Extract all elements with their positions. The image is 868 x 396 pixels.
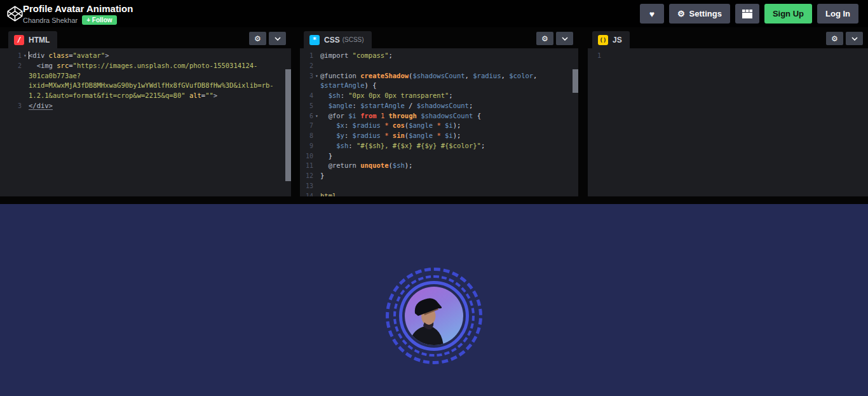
editor-panel-js: () JS ⚙ 1: [588, 27, 868, 196]
tab-js-label: JS: [613, 36, 622, 44]
css-settings-button[interactable]: ⚙: [536, 32, 553, 45]
code-line: ixid=MXwxMjA3fDB8MHxwaG90by1wYWdlfHx8fGV…: [0, 81, 291, 91]
fold-gutter: [313, 191, 320, 197]
tab-html[interactable]: / HTML: [8, 31, 57, 48]
code-line: $startAngle) {: [300, 81, 578, 91]
code-line: 1: [588, 51, 868, 61]
fold-gutter: [313, 61, 320, 71]
chevron-down-icon: [562, 37, 568, 41]
pen-author[interactable]: Chandra Shekhar: [23, 17, 78, 24]
preview-pane[interactable]: [0, 204, 868, 396]
html-collapse-button[interactable]: [269, 32, 286, 45]
tab-html-label: HTML: [29, 36, 50, 44]
like-button[interactable]: ♥: [640, 4, 664, 24]
fold-gutter: [313, 161, 320, 171]
gear-icon: ⚙: [254, 34, 261, 43]
js-icon: (): [598, 35, 608, 45]
avatar-photo: [405, 287, 463, 345]
css-icon: *: [309, 35, 320, 45]
code-line: 8 $y: $radius * sin($angle * $i);: [300, 131, 578, 141]
code-line: 7 $x: $radius * cos($angle * $i);: [300, 121, 578, 131]
follow-button[interactable]: + Follow: [82, 15, 116, 25]
html-editor-area[interactable]: 1▾<div class="avatar">2 <img src="https:…: [0, 48, 291, 196]
tab-css-label: CSS: [324, 36, 340, 44]
layout-button[interactable]: [735, 4, 759, 24]
code-line: 12}: [300, 171, 578, 181]
tab-css-preprocessor: (SCSS): [342, 36, 364, 43]
fold-gutter: [313, 121, 320, 131]
settings-label: Settings: [689, 9, 722, 18]
html-settings-button[interactable]: ⚙: [249, 32, 266, 45]
fold-caret-icon[interactable]: ▾: [313, 71, 320, 81]
fold-gutter: [22, 81, 29, 91]
css-scrollbar[interactable]: [573, 69, 578, 93]
fold-caret-icon[interactable]: ▾: [313, 111, 320, 121]
gear-icon: ⚙: [831, 34, 838, 43]
fold-gutter: [22, 101, 29, 111]
fold-caret-icon[interactable]: ▾: [22, 51, 29, 61]
fold-gutter: [601, 51, 608, 61]
code-line: 14html,: [300, 191, 578, 197]
fold-gutter: [313, 181, 320, 191]
codepen-logo[interactable]: [6, 5, 24, 22]
code-line: 13: [300, 181, 578, 191]
code-line: 2 <img src="https://images.unsplash.com/…: [0, 61, 291, 71]
js-collapse-button[interactable]: [846, 32, 863, 45]
fold-gutter: [313, 51, 320, 61]
code-line: 11 @return unquote($sh);: [300, 161, 578, 171]
code-line: 10 }: [300, 151, 578, 161]
fold-gutter: [313, 91, 320, 101]
login-button[interactable]: Log In: [817, 4, 858, 24]
code-line: 3</div>: [0, 101, 291, 111]
code-line: 1.2.1&auto=format&fit=crop&w=2215&q=80" …: [0, 91, 291, 101]
avatar-portrait-illustration: [405, 287, 463, 345]
editor-panel-css: * CSS (SCSS) ⚙ 1@import "compass";23▾@fu…: [300, 27, 578, 196]
code-line: 5 $angle: $startAngle / $shadowsCount;: [300, 101, 578, 111]
pen-title: Profile Avatar Animation: [23, 3, 133, 14]
gear-icon: ⚙: [541, 34, 548, 43]
fold-gutter: [22, 71, 29, 81]
tab-css[interactable]: * CSS (SCSS): [304, 31, 372, 48]
fold-gutter: [313, 141, 320, 151]
chevron-down-icon: [275, 37, 281, 41]
layout-grid-icon: [742, 10, 752, 18]
code-line: 3▾@function createShadow($shadowsCount, …: [300, 71, 578, 81]
code-line: 6▾ @for $i from 1 through $shadowsCount …: [300, 111, 578, 121]
fold-gutter: [22, 91, 29, 101]
js-editor-area[interactable]: 1: [588, 48, 868, 196]
code-line: 1▾<div class="avatar">: [0, 51, 291, 61]
editor-panel-html: / HTML ⚙ 1▾<div class="avatar">2 <img sr…: [0, 27, 291, 196]
gear-icon: ⚙: [677, 10, 685, 18]
js-settings-button[interactable]: ⚙: [826, 32, 843, 45]
fold-gutter: [313, 81, 320, 91]
settings-button[interactable]: ⚙ Settings: [669, 4, 730, 24]
fold-gutter: [22, 61, 29, 71]
tab-js[interactable]: () JS: [592, 31, 630, 48]
chevron-down-icon: [851, 37, 858, 41]
code-line: 4 $sh: "0px 0px 0px transparent";: [300, 91, 578, 101]
fold-gutter: [313, 131, 320, 141]
css-collapse-button[interactable]: [556, 32, 573, 45]
code-line: 2: [300, 61, 578, 71]
code-line: 1@import "compass";: [300, 51, 578, 61]
code-line: 301ca0b773ae?: [0, 71, 291, 81]
fold-gutter: [313, 171, 320, 181]
fold-gutter: [313, 101, 320, 111]
signup-button[interactable]: Sign Up: [764, 4, 812, 24]
css-editor-area[interactable]: 1@import "compass";23▾@function createSh…: [300, 48, 578, 196]
code-line: 9 $sh: "#{$sh}, #{$x} #{$y} #{$color}";: [300, 141, 578, 151]
heart-icon: ♥: [649, 10, 654, 18]
fold-gutter: [313, 151, 320, 161]
html-scrollbar[interactable]: [285, 69, 291, 181]
top-header: Profile Avatar Animation Chandra Shekhar…: [0, 0, 868, 27]
html-icon: /: [14, 35, 24, 45]
